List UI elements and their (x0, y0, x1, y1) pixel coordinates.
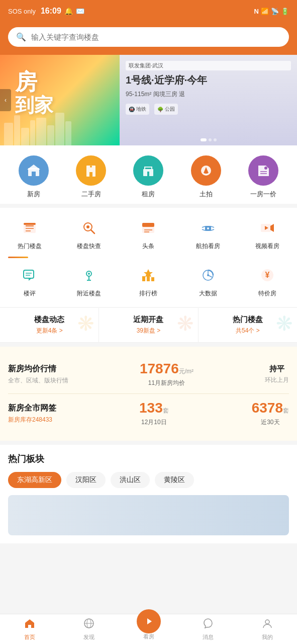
headline-label: 头条 (142, 242, 154, 251)
price-title-1: 新房均价行情 (8, 364, 68, 374)
message-icon (203, 618, 214, 632)
sos-text: SOS only (8, 8, 36, 15)
discover-icon (83, 618, 94, 632)
price-sub-1: 全市、区域、版块行情 (8, 376, 68, 385)
notification-icon: 🔔 (64, 7, 73, 15)
svg-point-20 (86, 225, 89, 228)
rent-label: 租房 (142, 190, 155, 199)
svg-rect-30 (24, 270, 34, 278)
category-one-price[interactable]: 一房一价 (248, 155, 278, 199)
ranking-icon (137, 264, 159, 286)
tab-dynamics[interactable]: 楼盘动态 更新4条 > ❋ (0, 308, 99, 342)
grid-hot-property[interactable]: 热门楼盘 (0, 217, 59, 251)
banner-subtitle: 95-115m² 阅境三房 退 (126, 90, 291, 99)
price-title-2: 新房全市网签 (8, 403, 56, 414)
svg-point-10 (264, 167, 267, 170)
grid-bigdata[interactable]: 大数据 (178, 264, 238, 298)
mine-icon (262, 618, 273, 632)
svg-rect-9 (205, 172, 208, 174)
category-second-hand[interactable]: 二手房 (76, 155, 106, 199)
quick-check-icon (78, 217, 100, 239)
district-huangling[interactable]: 黄陵区 (155, 472, 194, 488)
price-center-2a: 133套 12月10日 (139, 400, 169, 427)
svg-line-19 (91, 230, 94, 233)
reviews-icon (19, 264, 41, 286)
district-donghu[interactable]: 东湖高新区 (8, 472, 61, 488)
svg-marker-28 (270, 224, 274, 232)
property-preview-card[interactable] (8, 495, 289, 535)
category-land[interactable]: 土拍 (191, 155, 221, 199)
grid-video[interactable]: 视频看房 (238, 217, 297, 251)
new-home-icon (19, 155, 49, 186)
price-row-2[interactable]: 新房全市网签 新房库存248433 133套 12月10日 6378套 近30天 (8, 393, 289, 433)
price-status: 持平 (265, 364, 289, 374)
search-bar[interactable]: 🔍 (8, 27, 289, 47)
status-bar: SOS only 16:09 🔔 ✉️ N 📶 📡 🔋 (0, 0, 297, 22)
district-hongshan[interactable]: 洪山区 (111, 472, 150, 488)
grid-nearby[interactable]: 附近楼盘 (59, 264, 119, 298)
ranking-label: 排行榜 (139, 289, 157, 298)
price-date-2b: 近30天 (252, 418, 289, 427)
header: 🔍 (0, 22, 297, 55)
price-left-2: 新房全市网签 新房库存248433 (8, 403, 56, 424)
watch-button[interactable] (137, 609, 161, 633)
price-value-1: 17876元/m² (140, 361, 193, 377)
tab-hot[interactable]: 热门楼盘 共54个 > ❋ (199, 308, 297, 342)
svg-rect-22 (142, 223, 154, 227)
grid-headline[interactable]: 头条 (119, 217, 178, 251)
land-label: 土拍 (200, 190, 213, 199)
nav-mine[interactable]: 我的 (238, 614, 297, 644)
category-new-home[interactable]: 新房 (19, 155, 49, 199)
svg-rect-2 (32, 172, 36, 176)
price-right-1: 持平 环比上月 (265, 364, 289, 384)
banner-dot-2 (209, 138, 212, 141)
land-icon (191, 155, 221, 186)
battery-icon: 🔋 (281, 8, 289, 15)
headline-icon (137, 217, 159, 239)
nav-message[interactable]: 消息 (178, 614, 238, 644)
svg-rect-17 (24, 223, 36, 225)
nav-discover-label: 发现 (83, 633, 94, 641)
district-hanyang[interactable]: 汉阳区 (66, 472, 106, 488)
banner-logo: 联发集团·武汉 (126, 61, 291, 70)
hot-blocks-section: 热门板块 东湖高新区 汉阳区 洪山区 黄陵区 (0, 445, 297, 543)
banner-dots (201, 138, 217, 141)
price-date-2a: 12月10日 (139, 418, 169, 427)
video-icon (256, 217, 278, 239)
banner-prev-arrow[interactable]: ‹ (0, 89, 11, 111)
price-center-2b: 6378套 近30天 (252, 400, 289, 427)
price-value-2a: 133套 (139, 400, 169, 416)
reviews-label: 楼评 (24, 289, 36, 298)
price-row-1[interactable]: 新房均价行情 全市、区域、版块行情 17876元/m² 11月新房均价 持平 环… (8, 355, 289, 393)
nav-discover[interactable]: 发现 (59, 614, 119, 644)
banner-right[interactable]: 联发集团·武汉 1号线·近学府·今年 95-115m² 阅境三房 退 🚇地铁 🌳… (120, 55, 297, 145)
section-divider (0, 255, 297, 260)
nav-mine-label: 我的 (262, 633, 273, 641)
special-label: 特价房 (258, 289, 276, 298)
special-icon: ¥ (256, 264, 278, 286)
svg-point-34 (88, 273, 90, 275)
nav-home-label: 首页 (24, 633, 35, 641)
new-home-label: 新房 (27, 190, 40, 199)
grid-aerial[interactable]: 航拍看房 (178, 217, 238, 251)
nfc-icon: N (254, 8, 259, 15)
quick-check-label: 楼盘快查 (77, 242, 101, 251)
nav-watch[interactable]: 看房 (119, 614, 178, 644)
one-price-icon (248, 155, 278, 186)
grid-reviews[interactable]: 楼评 (0, 264, 59, 298)
grid-ranking[interactable]: 排行榜 (119, 264, 178, 298)
grid-special[interactable]: ¥ 特价房 (238, 264, 297, 298)
main-categories: 新房 二手房 租房 土拍 (0, 145, 297, 204)
nav-home[interactable]: 首页 (0, 614, 59, 644)
banner-left[interactable]: 房 到家 (0, 55, 120, 145)
rent-icon (133, 155, 163, 186)
aerial-label: 航拍看房 (196, 242, 220, 251)
banner-left-text: 房 到家 (15, 70, 53, 116)
tab-opening[interactable]: 近期开盘 39新盘 > ❋ (99, 308, 198, 342)
search-input[interactable] (31, 33, 281, 41)
svg-point-5 (90, 166, 92, 168)
grid-quick-check[interactable]: 楼盘快查 (59, 217, 119, 251)
grid-row-2: 楼评 附近楼盘 排行榜 (0, 260, 297, 302)
category-rent[interactable]: 租房 (133, 155, 163, 199)
property-tabs: 楼盘动态 更新4条 > ❋ 近期开盘 39新盘 > ❋ 热门楼盘 共54个 > … (0, 308, 297, 343)
